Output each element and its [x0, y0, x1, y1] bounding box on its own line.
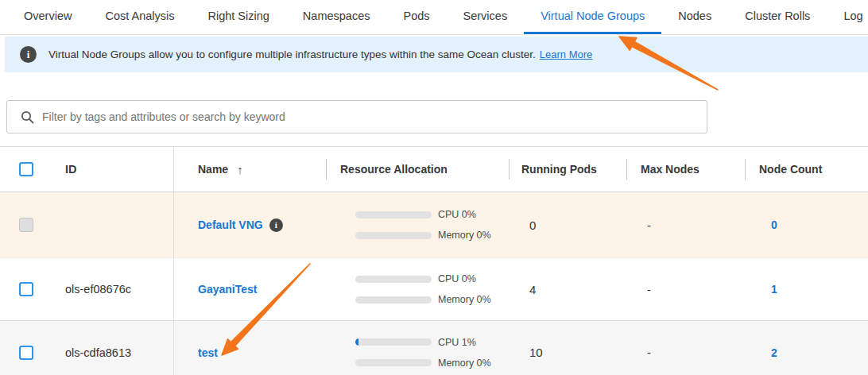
banner-text: Virtual Node Groups allow you to configu…	[48, 48, 536, 60]
memory-usage-bar	[355, 232, 432, 239]
running-pods-value: 0	[509, 192, 626, 257]
tab-cluster-rolls[interactable]: Cluster Rolls	[728, 0, 827, 34]
column-header-max-nodes[interactable]: Max Nodes	[626, 147, 745, 191]
vng-id: ols-ef08676c	[48, 258, 174, 320]
max-nodes-value: -	[626, 192, 745, 257]
tab-pods[interactable]: Pods	[386, 0, 446, 34]
table-row-gayanitest: ols-ef08676c GayaniTest CPU 0% Memory 0%…	[0, 257, 868, 320]
row-checkbox	[19, 218, 33, 232]
tab-overview[interactable]: Overview	[7, 0, 88, 34]
vng-name-link[interactable]: Default VNG	[198, 218, 263, 231]
search-icon	[21, 110, 34, 124]
tab-namespaces[interactable]: Namespaces	[286, 0, 387, 34]
memory-usage-label: Memory 0%	[438, 294, 491, 305]
table-header-row: ID Name ↑ Resource Allocation Running Po…	[0, 147, 868, 192]
table-row-test: ols-cdfa8613 test CPU 1% Memory 0% 10 -	[0, 320, 868, 375]
cpu-usage-bar	[355, 276, 432, 283]
tab-services[interactable]: Services	[447, 0, 525, 34]
column-header-name-label: Name	[198, 163, 228, 176]
column-header-name[interactable]: Name ↑	[174, 147, 326, 191]
vng-table: ID Name ↑ Resource Allocation Running Po…	[0, 146, 868, 375]
column-header-node-count[interactable]: Node Count	[745, 147, 868, 191]
tab-log[interactable]: Log	[827, 0, 868, 34]
learn-more-link[interactable]: Learn More	[540, 48, 592, 60]
select-all-checkbox[interactable]	[19, 162, 33, 176]
virtual-node-groups-page: Overview Cost Analysis Right Sizing Name…	[0, 0, 868, 375]
running-pods-value: 4	[509, 258, 626, 320]
cpu-usage-label: CPU 1%	[438, 337, 476, 348]
vng-id	[48, 192, 174, 257]
resource-allocation-bars: CPU 0% Memory 0%	[355, 209, 491, 241]
resource-allocation-bars: CPU 1% Memory 0%	[355, 337, 491, 369]
memory-usage-label: Memory 0%	[438, 230, 491, 241]
node-count-link[interactable]: 0	[771, 218, 777, 231]
info-banner: i Virtual Node Groups allow you to confi…	[5, 37, 868, 72]
memory-usage-bar	[355, 296, 432, 303]
max-nodes-value: -	[626, 258, 745, 320]
tab-right-sizing[interactable]: Right Sizing	[191, 0, 285, 34]
tab-cost-analysis[interactable]: Cost Analysis	[88, 0, 191, 34]
tab-bar: Overview Cost Analysis Right Sizing Name…	[0, 0, 868, 35]
running-pods-value: 10	[509, 321, 626, 375]
table-row-default-vng: Default VNG i CPU 0% Memory 0% 0 - 0	[0, 192, 868, 257]
node-count-link[interactable]: 2	[771, 346, 777, 359]
vng-name-link[interactable]: GayaniTest	[198, 283, 257, 296]
info-icon: i	[20, 46, 37, 63]
max-nodes-value: -	[626, 321, 745, 375]
vng-name-link[interactable]: test	[198, 346, 218, 359]
row-checkbox[interactable]	[19, 282, 33, 296]
info-icon[interactable]: i	[269, 218, 283, 232]
cpu-usage-label: CPU 0%	[438, 273, 476, 284]
memory-usage-label: Memory 0%	[438, 358, 491, 369]
tab-virtual-node-groups[interactable]: Virtual Node Groups	[524, 0, 661, 34]
search-input[interactable]	[42, 110, 646, 123]
memory-usage-bar	[355, 359, 432, 366]
column-header-resource-allocation: Resource Allocation	[326, 147, 509, 191]
column-header-id[interactable]: ID	[48, 147, 174, 191]
cpu-usage-bar	[355, 338, 432, 346]
sort-ascending-icon[interactable]: ↑	[237, 163, 243, 176]
search-box[interactable]	[6, 100, 707, 133]
cpu-usage-bar	[355, 211, 432, 218]
vng-id: ols-cdfa8613	[48, 321, 174, 375]
row-checkbox[interactable]	[19, 346, 33, 360]
tab-nodes[interactable]: Nodes	[661, 0, 728, 34]
column-header-running-pods[interactable]: Running Pods	[509, 147, 626, 191]
resource-allocation-bars: CPU 0% Memory 0%	[355, 273, 491, 305]
node-count-link[interactable]: 1	[771, 283, 777, 296]
cpu-usage-label: CPU 0%	[438, 209, 476, 220]
